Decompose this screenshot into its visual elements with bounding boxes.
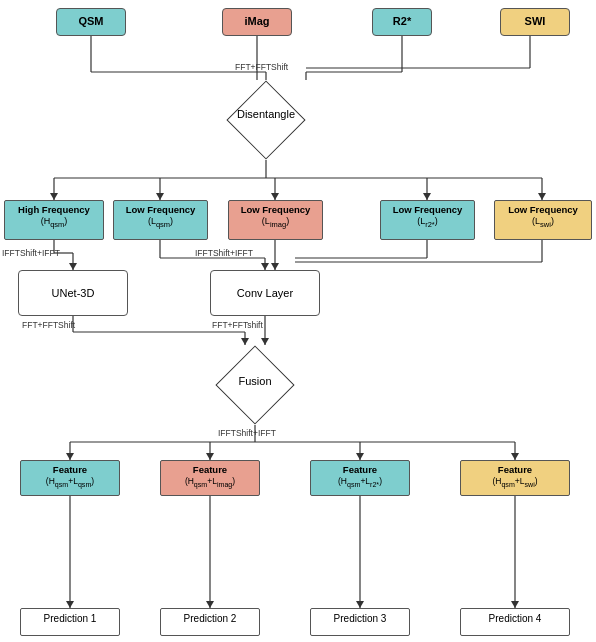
fft-label-2: FFT+FFTShift — [22, 320, 75, 330]
ifft-label-2: IFFTShift+IFFT — [195, 248, 253, 258]
prediction-box-4: Prediction 4 — [460, 608, 570, 636]
input-imag: iMag — [222, 8, 292, 36]
freq-limag: Low Frequency (Limag) — [228, 200, 323, 240]
prediction-box-2: Prediction 2 — [160, 608, 260, 636]
conv-layer-box: Conv Layer — [210, 270, 320, 316]
svg-marker-18 — [423, 193, 431, 200]
ifft-label-1: IFFTShift+IFFT — [2, 248, 60, 258]
unet3d-box: UNet-3D — [18, 270, 128, 316]
ifft-label-3: IFFTShift+IFFT — [218, 428, 276, 438]
input-r2star: R2* — [372, 8, 432, 36]
svg-marker-52 — [66, 601, 74, 608]
fft-label-1: FFT+FFTShift — [235, 62, 288, 72]
svg-marker-16 — [271, 193, 279, 200]
disentangle-diamond: Disentangle — [206, 80, 326, 160]
svg-marker-58 — [511, 601, 519, 608]
prediction-box-3: Prediction 3 — [310, 608, 410, 636]
prediction-box-1: Prediction 1 — [20, 608, 120, 636]
svg-marker-40 — [261, 338, 269, 345]
svg-marker-14 — [156, 193, 164, 200]
freq-lr2star: Low Frequency (Lr2*) — [380, 200, 475, 240]
svg-marker-56 — [356, 601, 364, 608]
feature-box-4: Feature (Hqsm+Lswi) — [460, 460, 570, 496]
svg-marker-20 — [538, 193, 546, 200]
freq-lswi: Low Frequency (Lswi) — [494, 200, 592, 240]
freq-hqsm: High Frequency (Hqsm) — [4, 200, 104, 240]
svg-marker-38 — [241, 338, 249, 345]
svg-marker-50 — [511, 453, 519, 460]
feature-box-1: Feature (Hqsm+Lqsm) — [20, 460, 120, 496]
diagram: QSM iMag R2* SWI FFT+FFTShift Disentangl… — [0, 0, 596, 642]
svg-marker-46 — [206, 453, 214, 460]
fusion-diamond: Fusion — [195, 345, 315, 425]
svg-marker-44 — [66, 453, 74, 460]
input-qsm: QSM — [56, 8, 126, 36]
svg-marker-24 — [69, 263, 77, 270]
input-swi: SWI — [500, 8, 570, 36]
svg-marker-48 — [356, 453, 364, 460]
fft-label-3: FFT+FFTshift — [212, 320, 263, 330]
svg-marker-30 — [271, 263, 279, 270]
feature-box-2: Feature (Hqsm+Limag) — [160, 460, 260, 496]
feature-box-3: Feature (Hqsm+Lr2*) — [310, 460, 410, 496]
svg-marker-12 — [50, 193, 58, 200]
svg-marker-28 — [261, 263, 269, 270]
freq-lqsm: Low Frequency (Lqsm) — [113, 200, 208, 240]
svg-marker-54 — [206, 601, 214, 608]
